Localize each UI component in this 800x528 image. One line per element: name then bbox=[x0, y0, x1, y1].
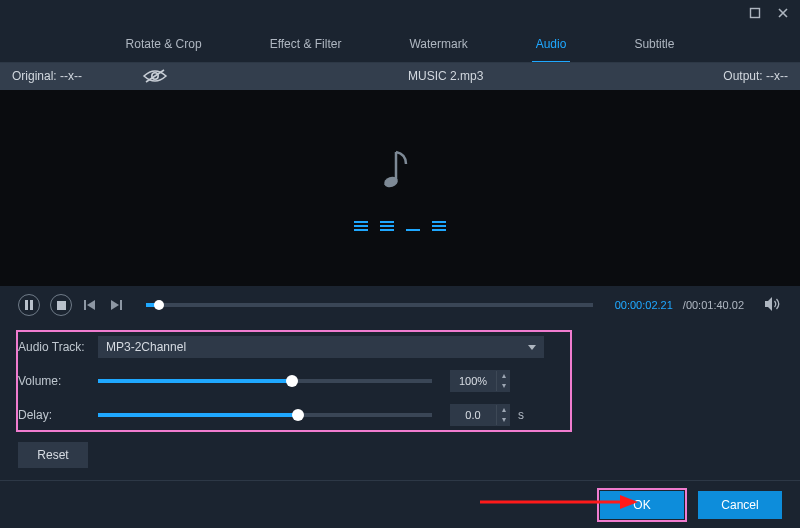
svg-rect-8 bbox=[120, 300, 122, 310]
audio-track-label: Audio Track: bbox=[18, 340, 98, 354]
stop-button[interactable] bbox=[50, 294, 72, 316]
svg-rect-4 bbox=[25, 300, 28, 310]
music-note-icon bbox=[382, 146, 418, 195]
tab-rotate-crop[interactable]: Rotate & Crop bbox=[122, 27, 206, 61]
stepper-up-icon[interactable]: ▴ bbox=[496, 405, 510, 415]
reset-button[interactable]: Reset bbox=[18, 442, 88, 468]
duration: /00:01:40.02 bbox=[683, 299, 744, 311]
stepper-down-icon[interactable]: ▾ bbox=[496, 415, 510, 425]
delay-unit: s bbox=[518, 408, 524, 422]
maximize-button[interactable] bbox=[748, 6, 762, 20]
volume-icon[interactable] bbox=[764, 296, 782, 315]
transport-bar: 00:00:02.21 /00:01:40.02 bbox=[0, 286, 800, 324]
chevron-down-icon bbox=[528, 345, 536, 350]
tab-watermark[interactable]: Watermark bbox=[405, 27, 471, 61]
tab-subtitle[interactable]: Subtitle bbox=[630, 27, 678, 61]
stepper-down-icon[interactable]: ▾ bbox=[496, 381, 510, 391]
audio-track-select[interactable]: MP3-2Channel bbox=[98, 336, 544, 358]
volume-value[interactable] bbox=[450, 375, 496, 387]
cancel-button[interactable]: Cancel bbox=[698, 491, 782, 519]
preview-area bbox=[0, 90, 800, 286]
svg-rect-7 bbox=[84, 300, 86, 310]
equalizer-icon bbox=[354, 217, 446, 231]
svg-rect-0 bbox=[751, 9, 760, 18]
pause-button[interactable] bbox=[18, 294, 40, 316]
next-button[interactable] bbox=[108, 294, 124, 316]
svg-rect-5 bbox=[30, 300, 33, 310]
svg-rect-6 bbox=[57, 301, 66, 310]
delay-slider[interactable] bbox=[98, 413, 432, 417]
preview-toggle-icon[interactable] bbox=[142, 68, 168, 87]
volume-input[interactable]: ▴▾ bbox=[450, 370, 510, 392]
filename-label: MUSIC 2.mp3 bbox=[408, 69, 483, 83]
tab-audio[interactable]: Audio bbox=[532, 27, 571, 61]
current-time: 00:00:02.21 bbox=[615, 299, 673, 311]
prev-button[interactable] bbox=[82, 294, 98, 316]
output-size-label: Output: --x-- bbox=[723, 69, 788, 83]
audio-track-value: MP3-2Channel bbox=[106, 340, 186, 354]
volume-label: Volume: bbox=[18, 374, 98, 388]
tab-bar: Rotate & Crop Effect & Filter Watermark … bbox=[0, 26, 800, 62]
seek-slider[interactable] bbox=[146, 303, 593, 307]
delay-input[interactable]: ▴▾ bbox=[450, 404, 510, 426]
stepper-up-icon[interactable]: ▴ bbox=[496, 371, 510, 381]
delay-value[interactable] bbox=[450, 409, 496, 421]
ok-button[interactable]: OK bbox=[600, 491, 684, 519]
info-bar: Original: --x-- MUSIC 2.mp3 Output: --x-… bbox=[0, 62, 800, 90]
close-button[interactable] bbox=[776, 6, 790, 20]
footer-bar: OK Cancel bbox=[0, 480, 800, 528]
original-size-label: Original: --x-- bbox=[12, 69, 82, 83]
delay-label: Delay: bbox=[18, 408, 98, 422]
volume-slider[interactable] bbox=[98, 379, 432, 383]
tab-effect-filter[interactable]: Effect & Filter bbox=[266, 27, 346, 61]
